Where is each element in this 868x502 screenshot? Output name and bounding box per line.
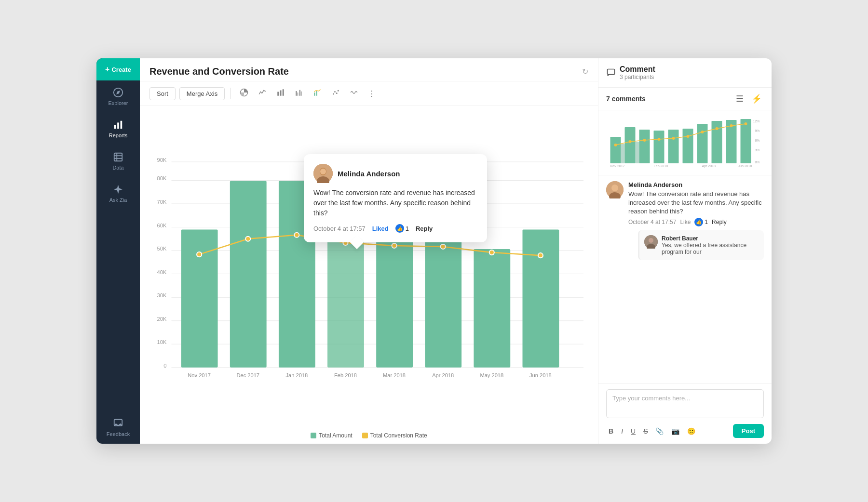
svg-point-58 [489, 250, 494, 255]
sidebar-item-data[interactable]: Data [96, 145, 140, 177]
comment-like-button[interactable]: Like [680, 219, 691, 225]
svg-rect-50 [474, 249, 510, 368]
merge-axis-button[interactable]: Merge Axis [179, 87, 225, 100]
svg-rect-3 [117, 122, 119, 129]
popup-author-name: Melinda Anderson [338, 170, 400, 178]
comment-input-area: B I U S 📎 📷 🙂 Post [598, 383, 772, 444]
sidebar-item-ask-zia[interactable]: Ask Zia [96, 177, 140, 210]
format-image-button[interactable]: 📷 [669, 426, 682, 436]
svg-rect-79 [683, 129, 693, 163]
sort-comments-button[interactable]: ☰ [734, 92, 746, 105]
svg-text:90K: 90K [157, 157, 167, 163]
filter-comments-button[interactable]: ⚡ [749, 92, 764, 105]
combo-chart-icon [313, 88, 322, 97]
svg-text:50K: 50K [157, 246, 167, 251]
comment-time: October 4 at 17:57 [628, 219, 676, 225]
svg-rect-76 [639, 130, 650, 163]
bar-chart-2-icon [276, 88, 285, 97]
sidebar-item-feedback[interactable]: Feedback [96, 411, 140, 444]
comment-input[interactable] [606, 389, 764, 418]
compass-icon [113, 87, 123, 98]
format-strikethrough-button[interactable]: S [641, 426, 650, 436]
svg-marker-1 [116, 91, 120, 94]
chart-type-pie[interactable] [237, 86, 251, 101]
svg-rect-18 [314, 92, 315, 96]
svg-point-95 [745, 122, 747, 125]
data-label: Data [112, 165, 123, 171]
avatar-illustration [313, 164, 333, 183]
svg-point-91 [687, 135, 690, 138]
format-underline-button[interactable]: U [628, 426, 638, 436]
wave-icon [350, 88, 358, 97]
svg-point-93 [716, 127, 719, 130]
sidebar-item-reports[interactable]: Reports [96, 113, 140, 145]
chart-area: 0 10K 20K 30K 40K 50K 60K 70K 80K 90K [140, 106, 598, 429]
create-button[interactable]: + Create [96, 58, 140, 80]
svg-text:3%: 3% [755, 148, 760, 152]
comment-like-thumb: 👍 [694, 218, 703, 226]
comment-panel-header: Comment 3 participants [598, 58, 772, 88]
svg-point-52 [197, 252, 202, 257]
comment-icon [606, 68, 616, 78]
comment-like-count: 👍 1 [694, 218, 708, 226]
svg-point-54 [294, 233, 299, 238]
chart-legend: Total Amount Total Conversion Rate [140, 429, 598, 444]
format-bold-button[interactable]: B [606, 426, 616, 436]
create-label: Create [111, 66, 131, 73]
comment-reply-button[interactable]: Reply [712, 219, 727, 225]
chart-type-grouped-bar[interactable] [292, 86, 306, 101]
svg-text:10K: 10K [157, 339, 167, 345]
more-options-button[interactable]: ⋮ [365, 87, 379, 100]
popup-comment-text: Wow! The conversion rate and revenue has… [313, 188, 477, 218]
comment-panel-actions: 7 comments ☰ ⚡ [598, 88, 772, 110]
svg-text:Jun 2018: Jun 2018 [529, 372, 552, 378]
like-thumb-icon: 👍 [395, 224, 404, 233]
comment-panel: Comment 3 participants 7 comments ☰ ⚡ [598, 58, 772, 444]
comment-author: Melinda Anderson [628, 181, 764, 188]
legend-total-amount: Total Amount [311, 432, 352, 439]
popup-like-number: 1 [406, 225, 409, 232]
chart-type-wave[interactable] [347, 86, 361, 101]
popup-reply-button[interactable]: Reply [416, 225, 433, 232]
svg-rect-11 [277, 92, 279, 96]
svg-text:Nov 2017: Nov 2017 [188, 372, 211, 378]
chart-type-scatter[interactable] [328, 86, 343, 101]
svg-rect-5 [114, 153, 122, 161]
svg-rect-75 [625, 127, 636, 163]
panel-title-group: Comment 3 participants [620, 65, 655, 80]
popup-avatar [313, 164, 333, 183]
chart-type-line[interactable] [255, 86, 270, 101]
chart-toolbar: Sort Merge Axis [140, 81, 598, 106]
legend-conversion-color [362, 433, 368, 438]
main-content: Revenue and Conversion Rate ↻ Sort Merge… [140, 58, 598, 444]
svg-point-53 [245, 237, 250, 241]
post-button[interactable]: Post [733, 424, 764, 438]
sort-button[interactable]: Sort [149, 87, 176, 100]
chart-type-combo[interactable] [310, 86, 325, 101]
svg-point-86 [614, 144, 617, 146]
grouped-bar-icon [295, 88, 303, 97]
plus-icon: + [105, 65, 109, 74]
sparkle-icon [113, 184, 123, 195]
comment-avatar [606, 181, 624, 198]
explorer-label: Explorer [108, 100, 128, 106]
table-row: Melinda Anderson Wow! The conversion rat… [606, 181, 764, 260]
popup-liked-button[interactable]: Liked [372, 225, 389, 232]
format-italic-button[interactable]: I [619, 426, 625, 436]
svg-rect-13 [283, 89, 284, 96]
svg-text:30K: 30K [157, 292, 167, 298]
svg-text:0%: 0% [755, 160, 760, 164]
refresh-icon[interactable]: ↻ [582, 67, 588, 76]
sidebar-item-explorer[interactable]: Explorer [96, 80, 140, 113]
svg-text:Jun 2018: Jun 2018 [738, 164, 752, 168]
svg-text:Mar 2018: Mar 2018 [383, 372, 406, 378]
format-emoji-button[interactable]: 🙂 [685, 426, 698, 436]
chart-type-bar[interactable] [273, 86, 288, 101]
svg-rect-45 [230, 181, 267, 367]
format-attachment-button[interactable]: 📎 [653, 426, 666, 436]
svg-text:Apr 2018: Apr 2018 [432, 372, 454, 378]
svg-point-109 [649, 238, 653, 243]
feedback-label: Feedback [107, 431, 130, 437]
comment-panel-subtitle: 3 participants [620, 74, 655, 80]
mini-chart: Nov 2017 Feb 2018 Apr 2018 Jun 2018 12% … [598, 110, 772, 175]
